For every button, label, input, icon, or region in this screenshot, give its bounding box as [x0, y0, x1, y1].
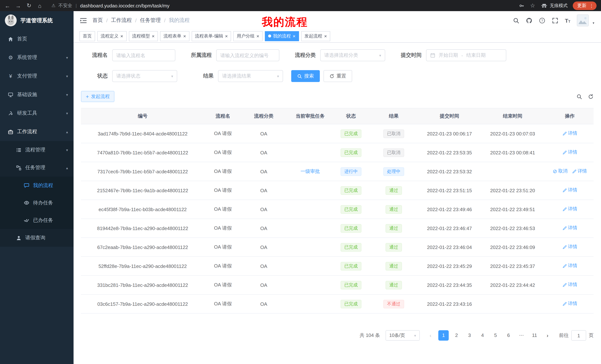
process-definition-input[interactable]	[216, 49, 279, 61]
page-button-5[interactable]: 5	[490, 330, 501, 341]
search-button[interactable]: 搜索	[291, 70, 320, 82]
category-select[interactable]: 请选择流程分类 ▾	[320, 49, 385, 61]
page-button-4[interactable]: 4	[477, 330, 488, 341]
page-button-2[interactable]: 2	[451, 330, 462, 341]
sidebar-item-dev-tools[interactable]: 研发工具▾	[0, 104, 74, 123]
close-icon[interactable]: ×	[120, 34, 123, 38]
next-page-button[interactable]: ›	[542, 330, 553, 341]
sidebar-item-home[interactable]: 首页	[0, 30, 74, 48]
process-category: OA	[260, 131, 267, 136]
sidebar-item-label: 研发工具	[17, 110, 37, 116]
current-task-link[interactable]: 一级审批	[300, 168, 320, 174]
cancel-link[interactable]: 取消	[553, 168, 568, 175]
page-button-3[interactable]: 3	[464, 330, 475, 341]
breadcrumb-item[interactable]: 任务管理	[140, 17, 161, 24]
result-badge: 已取消	[383, 148, 404, 157]
detail-link[interactable]: 详情	[562, 263, 577, 269]
logo[interactable]: 芋道管理系统	[0, 11, 74, 30]
create-process-button[interactable]: + 发起流程	[81, 91, 114, 102]
detail-link[interactable]: 详情	[562, 301, 577, 307]
reset-button[interactable]: 重置	[323, 70, 352, 82]
page-size-select[interactable]: 10条/页 ▾	[386, 330, 420, 341]
page-button-11[interactable]: 11	[529, 330, 540, 341]
sidebar-item-leave-query[interactable]: 请假查询	[0, 229, 74, 247]
breadcrumb-item[interactable]: 工作流程	[111, 17, 132, 24]
refresh-icon[interactable]	[588, 94, 594, 99]
detail-link[interactable]: 详情	[562, 225, 577, 231]
key-icon[interactable]	[519, 3, 524, 8]
url-text[interactable]: dashboard.yudao.iocoder.cn/bpm/task/my	[80, 3, 169, 8]
detail-link[interactable]: 详情	[562, 282, 577, 288]
close-icon[interactable]: ×	[293, 34, 295, 38]
edit-icon	[562, 188, 567, 192]
goto-page-input[interactable]	[571, 330, 586, 341]
caret-down-icon[interactable]: ▾	[593, 21, 594, 26]
warning-icon: ⚠	[50, 3, 56, 8]
detail-link[interactable]: 详情	[562, 130, 577, 137]
update-button[interactable]: 更新 ⋮	[573, 1, 597, 10]
close-icon[interactable]: ×	[183, 34, 186, 38]
tab-user-group[interactable]: 用户分组×	[233, 31, 263, 41]
column-header: 当前审批任务	[286, 108, 334, 124]
reload-icon[interactable]: ↻	[26, 2, 32, 9]
tab-label: 用户分组	[237, 33, 255, 39]
forward-icon[interactable]: →	[15, 2, 21, 9]
question-icon[interactable]: ?	[539, 17, 545, 24]
submit-time: 2022-01-23 00:06:17	[427, 131, 472, 136]
end-time: 2022-01-22 23:49:51	[490, 207, 535, 212]
security-indicator[interactable]: ⚠ 不安全	[50, 2, 72, 9]
tab-process-definition[interactable]: 流程定义×	[97, 31, 127, 41]
close-icon[interactable]: ×	[152, 34, 155, 38]
avatar[interactable]	[577, 14, 589, 26]
process-name-input[interactable]	[112, 49, 175, 61]
sidebar-item-process-mgmt[interactable]: 流程管理▾	[0, 141, 74, 159]
detail-link[interactable]: 详情	[562, 149, 577, 156]
page-button-1[interactable]: 1	[438, 330, 449, 341]
sidebar-item-workflow[interactable]: 工作流程▴	[0, 123, 74, 141]
page-button-6[interactable]: 6	[503, 330, 514, 341]
menu-dots-icon[interactable]: ⋮	[589, 3, 594, 8]
tab-home[interactable]: 首页	[80, 31, 95, 41]
back-icon[interactable]: ←	[4, 2, 10, 9]
search-icon[interactable]	[513, 17, 519, 24]
browser-home-icon[interactable]: ⌂	[37, 2, 43, 9]
submit-time-range-picker[interactable]: 开始日期 - 结束日期	[426, 49, 506, 61]
sidebar-item-my-process[interactable]: 我的流程	[0, 177, 74, 194]
sidebar-item-todo-tasks[interactable]: 待办任务	[0, 194, 74, 211]
table-row: ec45f38f-7b9a-11ec-b03b-acde48001122OA 请…	[81, 200, 594, 219]
star-icon[interactable]: ☆	[530, 2, 536, 9]
sidebar-item-infrastructure[interactable]: 基础设施▾	[0, 85, 74, 104]
detail-link[interactable]: 详情	[562, 206, 577, 212]
fontsize-icon[interactable]: TT	[565, 17, 570, 24]
search-icon[interactable]	[576, 94, 582, 99]
sidebar-item-system-mgmt[interactable]: ⚙系统管理▾	[0, 48, 74, 67]
tab-process-model[interactable]: 流程模型×	[129, 31, 158, 41]
close-icon[interactable]: ×	[257, 34, 259, 38]
sidebar-item-task-mgmt[interactable]: 任务管理▴	[0, 159, 74, 177]
total-count: 共 104 条	[360, 332, 380, 339]
status-select[interactable]: 请选择状态 ▾	[112, 70, 177, 82]
breadcrumb-item[interactable]: 首页	[92, 17, 103, 24]
result-select[interactable]: 请选择流结果 ▾	[218, 70, 283, 82]
end-time: 2022-01-22 23:46:09	[490, 244, 535, 250]
detail-link[interactable]: 详情	[562, 187, 577, 193]
close-icon[interactable]: ×	[225, 34, 228, 38]
address-bar[interactable]: ⚠ 不安全 | dashboard.yudao.iocoder.cn/bpm/t…	[50, 2, 170, 9]
fullscreen-icon[interactable]	[552, 17, 558, 24]
fold-menu-icon[interactable]	[80, 17, 87, 24]
tab-process-form-edit[interactable]: 流程表单-编辑×	[192, 31, 231, 41]
tab-create-process[interactable]: 发起流程×	[301, 31, 330, 41]
page-ellipsis[interactable]: ⋯	[516, 330, 527, 341]
detail-link[interactable]: 详情	[562, 244, 577, 250]
sidebar-item-done-tasks[interactable]: 已办任务	[0, 211, 74, 229]
sidebar-item-payment-mgmt[interactable]: ¥支付管理▾	[0, 67, 74, 85]
prev-page-button[interactable]: ‹	[425, 330, 436, 341]
tab-my-process[interactable]: 我的流程×	[265, 31, 299, 41]
close-icon[interactable]: ×	[324, 34, 327, 38]
page-size-label: 10条/页	[389, 332, 405, 339]
github-icon[interactable]	[526, 17, 532, 24]
tab-process-form[interactable]: 流程表单×	[160, 31, 189, 41]
detail-link[interactable]: 详情	[572, 168, 587, 175]
sidebar-item-label: 流程管理	[25, 147, 45, 153]
process-name: OA 请假	[214, 282, 232, 287]
